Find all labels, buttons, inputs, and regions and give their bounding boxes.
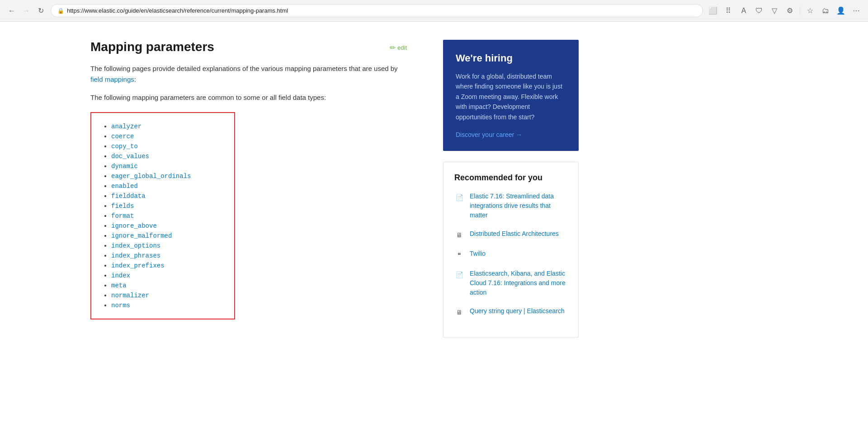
more-icon[interactable]: ⋯ <box>850 5 863 17</box>
param-list-box: analyzercoercecopy_todoc_valuesdynamicea… <box>90 112 235 319</box>
param-link[interactable]: eager_global_ordinals <box>111 173 191 180</box>
param-link[interactable]: index_phrases <box>111 252 160 259</box>
rec-link-1[interactable]: Distributed Elastic Architectures <box>470 229 559 239</box>
list-item: ignore_malformed <box>111 232 223 239</box>
list-item: norms <box>111 301 223 309</box>
page-wrapper: Mapping parameters ✏ edit The following … <box>0 22 868 356</box>
list-item: eager_global_ordinals <box>111 172 223 180</box>
list-item: copy_to <box>111 142 223 150</box>
cast-icon[interactable]: ⬜ <box>707 5 719 17</box>
forward-button[interactable]: → <box>20 5 33 17</box>
list-item: enabled <box>111 182 223 190</box>
shield-icon[interactable]: 🛡 <box>753 5 765 17</box>
param-link[interactable]: index_prefixes <box>111 262 165 269</box>
font-icon[interactable]: A <box>737 5 750 17</box>
list-item: doc_values <box>111 152 223 160</box>
rec-link-2[interactable]: Twilio <box>470 249 486 258</box>
rec-item: ❝Twilio <box>454 249 567 260</box>
browser-chrome: ← → ↻ 🔒 https://www.elastic.co/guide/en/… <box>0 0 868 22</box>
param-link[interactable]: meta <box>111 282 127 289</box>
list-item: meta <box>111 282 223 289</box>
list-item: fielddata <box>111 192 223 200</box>
address-bar[interactable]: 🔒 https://www.elastic.co/guide/en/elasti… <box>51 4 703 17</box>
list-item: normalizer <box>111 291 223 299</box>
main-content: Mapping parameters ✏ edit The following … <box>0 22 434 356</box>
rec-item: 🖥Query string query | Elasticsearch <box>454 306 567 317</box>
list-item: format <box>111 212 223 220</box>
title-row: Mapping parameters ✏ edit <box>90 40 407 54</box>
rec-link-4[interactable]: Query string query | Elasticsearch <box>470 306 565 316</box>
reload-button[interactable]: ↻ <box>34 5 47 17</box>
list-item: coerce <box>111 132 223 140</box>
collection-icon[interactable]: 🗂 <box>819 5 832 17</box>
rec-link-0[interactable]: Elastic 7.16: Streamlined data integrati… <box>470 192 567 220</box>
discover-link[interactable]: Discover your career → <box>456 131 566 138</box>
param-list: analyzercoercecopy_todoc_valuesdynamicea… <box>102 122 223 309</box>
profile-icon[interactable]: 👤 <box>835 5 847 17</box>
param-link[interactable]: ignore_above <box>111 222 157 230</box>
url-text: https://www.elastic.co/guide/en/elastics… <box>67 7 288 14</box>
subtext: The following mapping parameters are com… <box>90 92 407 103</box>
recommended-title: Recommended for you <box>454 173 567 183</box>
document2-icon: 📄 <box>454 270 464 280</box>
hiring-body: Work for a global, distributed team wher… <box>456 71 566 122</box>
pencil-icon: ✏ <box>390 43 396 52</box>
field-mappings-link[interactable]: field mappings <box>90 75 134 83</box>
list-item: index_options <box>111 242 223 249</box>
hiring-card: We're hiring Work for a global, distribu… <box>443 40 579 151</box>
param-link[interactable]: doc_values <box>111 153 149 160</box>
param-link[interactable]: enabled <box>111 183 138 190</box>
apps-icon[interactable]: ⠿ <box>722 5 735 17</box>
list-item: dynamic <box>111 162 223 170</box>
toolbar-icons: ⬜ ⠿ A 🛡 ▽ ⚙ ☆ 🗂 👤 ⋯ <box>707 5 863 17</box>
back-button[interactable]: ← <box>5 5 18 17</box>
rec-link-3[interactable]: Elasticsearch, Kibana, and Elastic Cloud… <box>470 269 567 297</box>
param-link[interactable]: fielddata <box>111 192 146 200</box>
nav-buttons: ← → ↻ <box>5 5 47 17</box>
filter-icon[interactable]: ▽ <box>768 5 781 17</box>
list-item: fields <box>111 202 223 210</box>
server2-icon: 🖥 <box>454 307 464 317</box>
list-item: index_prefixes <box>111 262 223 269</box>
star-icon[interactable]: ☆ <box>804 5 816 17</box>
param-link[interactable]: ignore_malformed <box>111 232 172 239</box>
list-item: index_phrases <box>111 252 223 259</box>
document-icon: 📄 <box>454 192 464 202</box>
server-icon: 🖥 <box>454 230 464 240</box>
page-title: Mapping parameters <box>90 40 214 54</box>
list-item: analyzer <box>111 122 223 130</box>
settings-icon[interactable]: ⚙ <box>783 5 796 17</box>
edit-button[interactable]: ✏ edit <box>390 40 407 52</box>
recommended-card: Recommended for you 📄Elastic 7.16: Strea… <box>443 162 579 338</box>
right-sidebar: We're hiring Work for a global, distribu… <box>434 22 588 356</box>
intro-paragraph: The following pages provide detailed exp… <box>90 63 407 85</box>
quote-icon: ❝ <box>454 250 464 260</box>
param-link[interactable]: format <box>111 212 134 220</box>
param-link[interactable]: coerce <box>111 133 134 140</box>
rec-item: 🖥Distributed Elastic Architectures <box>454 229 567 240</box>
rec-item: 📄Elastic 7.16: Streamlined data integrat… <box>454 192 567 220</box>
hiring-title: We're hiring <box>456 52 566 64</box>
param-link[interactable]: index <box>111 272 130 279</box>
recommended-items: 📄Elastic 7.16: Streamlined data integrat… <box>454 192 567 317</box>
param-link[interactable]: copy_to <box>111 143 138 150</box>
edit-label: edit <box>397 44 407 51</box>
lock-icon: 🔒 <box>57 8 64 14</box>
param-link[interactable]: normalizer <box>111 292 149 299</box>
list-item: index <box>111 272 223 279</box>
param-link[interactable]: norms <box>111 302 130 309</box>
list-item: ignore_above <box>111 222 223 230</box>
rec-item: 📄Elasticsearch, Kibana, and Elastic Clou… <box>454 269 567 297</box>
divider <box>800 6 800 15</box>
param-link[interactable]: fields <box>111 202 134 210</box>
param-link[interactable]: index_options <box>111 242 160 249</box>
param-link[interactable]: analyzer <box>111 123 142 130</box>
param-link[interactable]: dynamic <box>111 163 138 170</box>
